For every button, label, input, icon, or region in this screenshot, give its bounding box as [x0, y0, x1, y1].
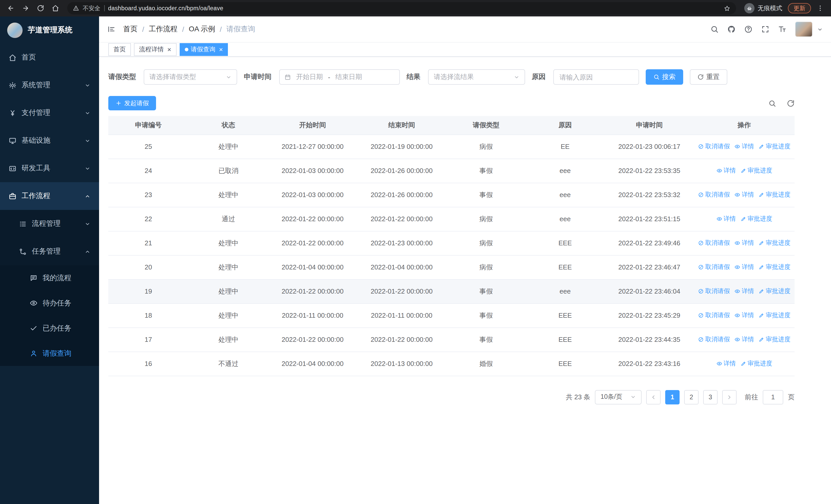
- sidebar-item-home[interactable]: 首页: [0, 43, 99, 71]
- action-detail[interactable]: 详情: [735, 142, 754, 151]
- result-select[interactable]: 请选择流结果: [428, 69, 525, 85]
- calendar-icon: [284, 73, 291, 80]
- cell-start-time: 2022-01-03 00:00:00: [268, 183, 357, 207]
- browser-back-button[interactable]: [5, 3, 17, 14]
- action-detail[interactable]: 详情: [735, 335, 754, 344]
- cell-start-time: 2022-01-22 00:00:00: [268, 279, 357, 303]
- cell-id: 22: [108, 207, 189, 231]
- action-cancel[interactable]: 取消请假: [698, 311, 730, 320]
- tab-2[interactable]: 请假查询×: [179, 43, 228, 56]
- leave-type-select[interactable]: 请选择请假类型: [144, 69, 237, 85]
- action-progress[interactable]: 审批进度: [758, 311, 791, 320]
- action-detail[interactable]: 详情: [735, 190, 754, 199]
- browser-refresh-button[interactable]: [35, 3, 46, 14]
- end-date-placeholder[interactable]: 结束日期: [336, 72, 362, 82]
- bookmark-star-icon[interactable]: [724, 5, 730, 11]
- cell-leave-type: 事假: [447, 279, 525, 303]
- page-button-2[interactable]: 2: [684, 390, 698, 404]
- help-icon[interactable]: [744, 25, 752, 33]
- sidebar-item-yen[interactable]: 支付管理: [0, 99, 99, 127]
- action-detail[interactable]: 详情: [716, 214, 736, 223]
- prev-page-button[interactable]: [646, 390, 661, 404]
- apply-time-range-picker[interactable]: 开始日期 - 结束日期: [279, 69, 400, 85]
- browser-menu-icon[interactable]: [814, 3, 826, 14]
- action-detail[interactable]: 详情: [735, 239, 754, 247]
- update-button[interactable]: 更新: [788, 3, 811, 13]
- tab-close-icon[interactable]: ×: [219, 46, 223, 53]
- action-detail[interactable]: 详情: [735, 311, 754, 320]
- sidebar-item-todo[interactable]: 待办任务: [0, 291, 99, 316]
- sidebar-item-workflow[interactable]: 工作流程: [0, 182, 99, 210]
- leave-icon: [30, 350, 37, 357]
- font-size-icon[interactable]: [778, 25, 786, 33]
- breadcrumb-separator: /: [142, 25, 144, 33]
- action-cancel[interactable]: 取消请假: [698, 263, 730, 271]
- user-avatar[interactable]: [795, 22, 812, 37]
- eye-icon: [735, 289, 740, 294]
- breadcrumb-item[interactable]: 首页: [123, 25, 138, 34]
- sidebar-item-task[interactable]: 任务管理: [0, 238, 99, 265]
- github-icon[interactable]: [727, 25, 736, 33]
- sidebar-item-tools[interactable]: 研发工具: [0, 154, 99, 182]
- goto-label: 前往: [745, 392, 758, 402]
- start-date-placeholder[interactable]: 开始日期: [296, 72, 323, 82]
- sidebar-item-leave[interactable]: 请假查询: [0, 341, 99, 366]
- sidebar-item-done[interactable]: 已办任务: [0, 316, 99, 341]
- action-progress[interactable]: 审批进度: [758, 287, 791, 296]
- cell-end-time: 2022-01-22 00:00:00: [357, 327, 447, 352]
- browser-forward-button[interactable]: [20, 3, 31, 14]
- sidebar-item-process[interactable]: 流程管理: [0, 210, 99, 238]
- app-logo[interactable]: 芋道管理系统: [0, 17, 99, 43]
- url-text: dashboard.yudao.iocoder.cn/bpm/oa/leave: [108, 5, 720, 11]
- table-search-icon[interactable]: [768, 99, 776, 107]
- action-cancel[interactable]: 取消请假: [698, 239, 730, 247]
- tab-close-icon[interactable]: ×: [167, 46, 171, 53]
- sidebar-item-gear[interactable]: 系统管理: [0, 71, 99, 99]
- action-detail[interactable]: 详情: [716, 359, 736, 368]
- action-detail[interactable]: 详情: [716, 166, 736, 175]
- fullscreen-icon[interactable]: [761, 25, 769, 33]
- security-label[interactable]: 不安全: [83, 4, 101, 12]
- action-cancel[interactable]: 取消请假: [698, 190, 730, 199]
- action-progress[interactable]: 审批进度: [740, 359, 772, 368]
- action-progress[interactable]: 审批进度: [758, 335, 791, 344]
- goto-page-input[interactable]: [763, 390, 783, 404]
- action-progress[interactable]: 审批进度: [758, 190, 791, 199]
- breadcrumb-item[interactable]: OA 示例: [189, 25, 215, 34]
- search-icon[interactable]: [710, 25, 719, 33]
- action-cancel[interactable]: 取消请假: [698, 287, 730, 296]
- sidebar-item-infra[interactable]: 基础设施: [0, 127, 99, 154]
- address-bar[interactable]: 不安全 dashboard.yudao.iocoder.cn/bpm/oa/le…: [67, 2, 736, 14]
- tab-1[interactable]: 流程详情×: [134, 43, 176, 56]
- action-progress[interactable]: 审批进度: [758, 263, 791, 271]
- action-progress[interactable]: 审批进度: [758, 239, 791, 247]
- action-cancel[interactable]: 取消请假: [698, 335, 730, 344]
- action-progress[interactable]: 审批进度: [740, 166, 772, 175]
- action-detail[interactable]: 详情: [735, 263, 754, 271]
- page-button-1[interactable]: 1: [665, 390, 680, 404]
- reason-input[interactable]: [553, 69, 639, 85]
- browser-home-button[interactable]: [50, 3, 61, 14]
- cell-status: 已取消: [189, 158, 268, 183]
- action-progress[interactable]: 审批进度: [758, 142, 791, 151]
- edit-icon: [758, 192, 764, 198]
- sidebar-item-my-process[interactable]: 我的流程: [0, 265, 99, 291]
- search-button[interactable]: 搜索: [646, 69, 683, 85]
- reset-button[interactable]: 重置: [690, 69, 727, 85]
- next-page-button[interactable]: [722, 390, 737, 404]
- column-header: 申请编号: [108, 116, 189, 135]
- action-progress[interactable]: 审批进度: [740, 214, 772, 223]
- page-size-select[interactable]: 10条/页: [595, 390, 641, 404]
- page-button-3[interactable]: 3: [703, 390, 718, 404]
- tab-0[interactable]: 首页: [108, 43, 131, 56]
- table-refresh-icon[interactable]: [787, 99, 795, 107]
- caret-down-icon[interactable]: [817, 26, 823, 32]
- action-detail[interactable]: 详情: [735, 287, 754, 296]
- tools-icon: [9, 165, 17, 172]
- cell-id: 18: [108, 303, 189, 327]
- header-actions: [710, 22, 823, 37]
- action-cancel[interactable]: 取消请假: [698, 142, 730, 151]
- create-leave-button[interactable]: 发起请假: [108, 96, 156, 110]
- breadcrumb-item[interactable]: 工作流程: [149, 25, 178, 34]
- collapse-sidebar-icon[interactable]: [107, 25, 115, 33]
